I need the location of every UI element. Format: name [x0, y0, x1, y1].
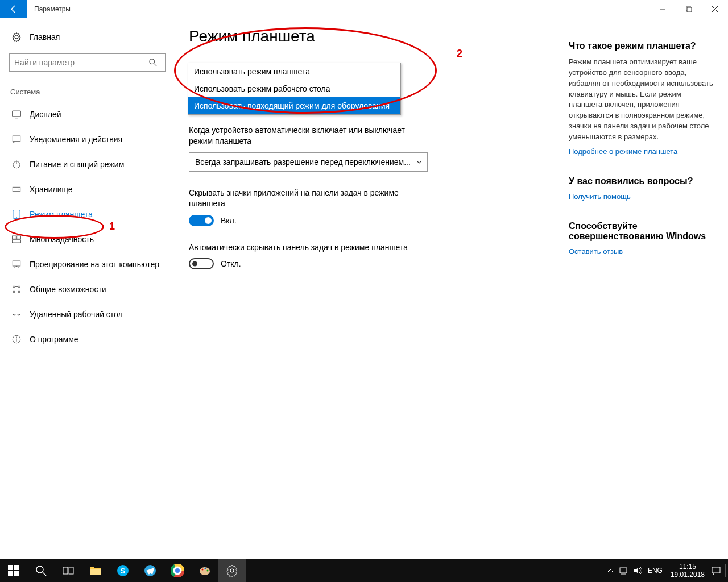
- explorer-taskbar-icon[interactable]: [82, 559, 109, 582]
- svg-rect-18: [13, 240, 21, 243]
- dropdown-option[interactable]: Использовать режим рабочего стола: [188, 80, 400, 97]
- sidebar-item-notifications[interactable]: Уведомления и действия: [9, 127, 162, 152]
- svg-rect-7: [13, 111, 21, 117]
- maximize-button[interactable]: [676, 0, 702, 18]
- sidebar-item-display[interactable]: Дисплей: [9, 102, 162, 127]
- svg-rect-30: [14, 571, 19, 576]
- shared-icon: [11, 284, 22, 294]
- tray-volume-icon[interactable]: [631, 566, 644, 575]
- taskbar: S ENG 11:15 19.01.2018: [0, 559, 728, 582]
- svg-text:S: S: [121, 567, 126, 575]
- close-button[interactable]: [702, 0, 728, 18]
- skype-taskbar-icon[interactable]: S: [109, 559, 136, 582]
- sidebar-item-remote-desktop[interactable]: Удаленный рабочий стол: [9, 302, 162, 327]
- search-wrap: [9, 53, 162, 72]
- titlebar: Параметры: [0, 0, 728, 18]
- rp-link-feedback[interactable]: Оставить отзыв: [569, 247, 714, 256]
- tray-chevron-icon[interactable]: [603, 567, 617, 574]
- sidebar-item-power[interactable]: Питание и спящий режим: [9, 152, 162, 177]
- tray-clock[interactable]: 11:15 19.01.2018: [666, 563, 709, 579]
- search-button[interactable]: [27, 559, 55, 582]
- auto-switch-select[interactable]: Всегда запрашивать разрешение перед пере…: [189, 152, 428, 172]
- sidebar-item-about[interactable]: О программе: [9, 327, 162, 352]
- tray-language[interactable]: ENG: [644, 567, 666, 575]
- back-button[interactable]: [0, 0, 27, 18]
- show-desktop-button[interactable]: [725, 564, 726, 577]
- multitasking-icon: [11, 234, 22, 244]
- task-view-button[interactable]: [55, 559, 82, 582]
- paint-taskbar-icon[interactable]: [191, 559, 218, 582]
- start-button[interactable]: [0, 559, 27, 582]
- sidebar-item-label: Уведомления и действия: [30, 135, 122, 144]
- projecting-icon: [11, 259, 22, 269]
- svg-point-23: [18, 291, 20, 293]
- sidebar: Главная Система Дисплей Уведомления и де…: [0, 18, 171, 559]
- svg-point-49: [230, 569, 234, 572]
- search-icon: [149, 59, 157, 66]
- svg-line-6: [154, 64, 156, 66]
- svg-rect-52: [712, 567, 720, 573]
- signin-mode-dropdown[interactable]: Использовать режим планшета Использовать…: [188, 63, 401, 115]
- rp-link-get-help[interactable]: Получить помощь: [569, 192, 714, 201]
- sidebar-item-label: Хранилище: [30, 185, 73, 194]
- sidebar-item-shared[interactable]: Общие возможности: [9, 277, 162, 302]
- toggle-state-label: Откл.: [221, 259, 241, 268]
- settings-taskbar-icon[interactable]: [218, 559, 246, 582]
- svg-rect-9: [13, 136, 20, 142]
- svg-rect-33: [63, 567, 68, 574]
- tray-action-center-icon[interactable]: [709, 566, 723, 575]
- clock-date: 19.01.2018: [671, 571, 705, 579]
- display-icon: [11, 109, 22, 119]
- dropdown-option[interactable]: Использовать режим планшета: [188, 63, 400, 80]
- chevron-down-icon: [416, 159, 423, 165]
- svg-point-26: [16, 337, 17, 338]
- sidebar-item-storage[interactable]: Хранилище: [9, 177, 162, 202]
- telegram-taskbar-icon[interactable]: [136, 559, 164, 582]
- sidebar-item-label: О программе: [30, 335, 78, 344]
- rp-link-learn-more[interactable]: Подробнее о режиме планшета: [569, 147, 714, 156]
- toggle-state-label: Вкл.: [221, 216, 237, 225]
- home-label: Главная: [30, 32, 60, 41]
- chrome-taskbar-icon[interactable]: [164, 559, 191, 582]
- sidebar-item-label: Дисплей: [30, 110, 61, 119]
- setting-label-auto-switch: Когда устройство автоматически включает …: [189, 125, 428, 147]
- svg-point-21: [18, 286, 20, 288]
- rp-heading-what-is: Что такое режим планшета?: [569, 41, 714, 51]
- sidebar-item-label: Удаленный рабочий стол: [30, 310, 123, 319]
- rp-heading-improve: Способствуйте совершенствованию Windows: [569, 221, 714, 242]
- svg-rect-16: [13, 236, 16, 239]
- dropdown-option-selected[interactable]: Использовать подходящий режим для оборуд…: [188, 97, 400, 114]
- svg-point-15: [16, 217, 17, 218]
- svg-rect-29: [8, 571, 13, 576]
- clock-time: 11:15: [671, 563, 705, 571]
- svg-point-46: [202, 569, 204, 571]
- group-title-system: Система: [9, 88, 162, 96]
- svg-point-22: [13, 291, 15, 293]
- svg-line-32: [43, 572, 46, 576]
- svg-point-13: [19, 189, 20, 190]
- remote-icon: [11, 309, 22, 319]
- svg-rect-17: [17, 236, 21, 239]
- svg-point-31: [36, 566, 43, 573]
- sidebar-item-label: Питание и спящий режим: [30, 160, 124, 169]
- tablet-icon: [11, 209, 22, 219]
- svg-point-5: [150, 59, 155, 64]
- hide-taskbar-toggle[interactable]: [189, 258, 214, 269]
- minimize-button[interactable]: [650, 0, 676, 18]
- power-icon: [11, 159, 22, 169]
- window-title: Параметры: [27, 5, 71, 13]
- sidebar-item-tablet-mode[interactable]: Режим планшета: [9, 202, 162, 227]
- search-input[interactable]: [9, 53, 166, 72]
- svg-point-48: [207, 570, 209, 572]
- setting-label-hide-icons: Скрывать значки приложений на панели зад…: [189, 188, 428, 209]
- svg-rect-35: [90, 569, 101, 575]
- sidebar-item-multitasking[interactable]: Многозадачность: [9, 227, 162, 252]
- setting-label-hide-taskbar: Автоматически скрывать панель задач в ре…: [189, 242, 428, 253]
- sidebar-item-projecting[interactable]: Проецирование на этот компьютер: [9, 252, 162, 277]
- home-nav[interactable]: Главная: [9, 27, 162, 47]
- svg-point-43: [175, 568, 180, 573]
- tray-network-icon[interactable]: [617, 566, 631, 575]
- main-content: Режим планшета Использовать режим планше…: [171, 18, 569, 559]
- hide-icons-toggle[interactable]: [189, 215, 214, 226]
- annotation-number-2: 2: [457, 48, 462, 60]
